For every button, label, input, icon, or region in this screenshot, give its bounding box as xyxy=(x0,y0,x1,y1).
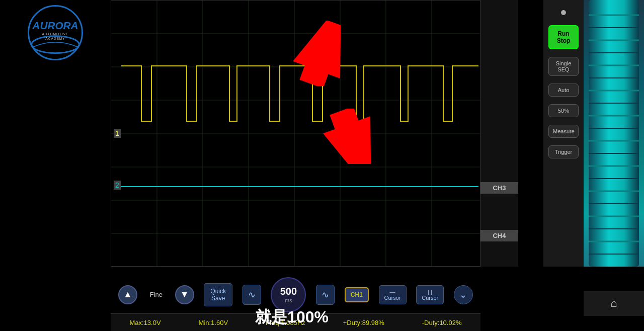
ch2-trigger-marker: 2 xyxy=(114,181,121,190)
expand-button[interactable]: ⌄ xyxy=(454,285,473,304)
home-button[interactable]: ⌂ xyxy=(610,297,617,310)
ch3-label[interactable]: CH3 xyxy=(480,182,518,194)
expand-icon: ⌄ xyxy=(459,289,467,300)
ch1-trigger-marker: 1 xyxy=(114,129,121,138)
fine-label: Fine xyxy=(150,291,163,298)
wave-left-button[interactable]: ∿ xyxy=(243,285,261,305)
status-dot xyxy=(561,10,566,15)
cursor-bars-icon: | | xyxy=(428,289,432,295)
scope-screen: 1 2 xyxy=(111,0,480,267)
wave-right-button[interactable]: ∿ xyxy=(316,285,335,305)
svg-text:AURORA: AURORA xyxy=(32,20,78,31)
ch1-select-button[interactable]: CH1 xyxy=(345,287,369,302)
svg-text:AUTOMOTIVE: AUTOMOTIVE xyxy=(42,32,68,36)
run-stop-button[interactable]: RunStop xyxy=(548,25,579,49)
svg-text:ACADEMY: ACADEMY xyxy=(45,37,65,40)
home-button-area: ⌂ xyxy=(584,291,644,316)
cursor-line-icon: — xyxy=(390,289,395,295)
time-unit: ms xyxy=(285,297,292,303)
logo-area: AURORA AUTOMOTIVE ACADEMY xyxy=(0,0,111,65)
cursor-line-button[interactable]: — Cursor xyxy=(379,285,407,304)
cursor-bars-label: Cursor xyxy=(422,295,438,301)
subtitle-text: 就是100% xyxy=(0,306,584,328)
logo-circle: AURORA AUTOMOTIVE ACADEMY xyxy=(28,5,83,60)
time-value: 500 xyxy=(280,286,297,297)
nav-up-button[interactable]: ▲ xyxy=(118,285,137,304)
single-seq-button[interactable]: SingleSEQ xyxy=(548,57,579,76)
right-decorative-image xyxy=(584,0,644,267)
fifty-percent-button[interactable]: 50% xyxy=(548,104,579,117)
quick-save-button[interactable]: QuickSave xyxy=(204,283,232,306)
auto-button[interactable]: Auto xyxy=(548,84,579,97)
measure-button[interactable]: Measure xyxy=(548,125,579,138)
nav-down-button[interactable]: ▼ xyxy=(175,285,194,304)
cursor-bars-button[interactable]: | | Cursor xyxy=(416,285,444,304)
ch4-label[interactable]: CH4 xyxy=(480,230,518,241)
side-buttons-panel: RunStop SingleSEQ Auto 50% Measure Trigg… xyxy=(543,0,584,267)
cursor-line-label: Cursor xyxy=(384,295,401,301)
channel-panel: Normal mV CH1 Full 5V 10X V CH2 mV 20V F… xyxy=(480,0,518,267)
trigger-button[interactable]: Trigger xyxy=(548,145,579,158)
bottom-controls: ▲ Fine ▼ QuickSave ∿ 500 ms ∿ CH1 — Curs… xyxy=(111,281,480,308)
